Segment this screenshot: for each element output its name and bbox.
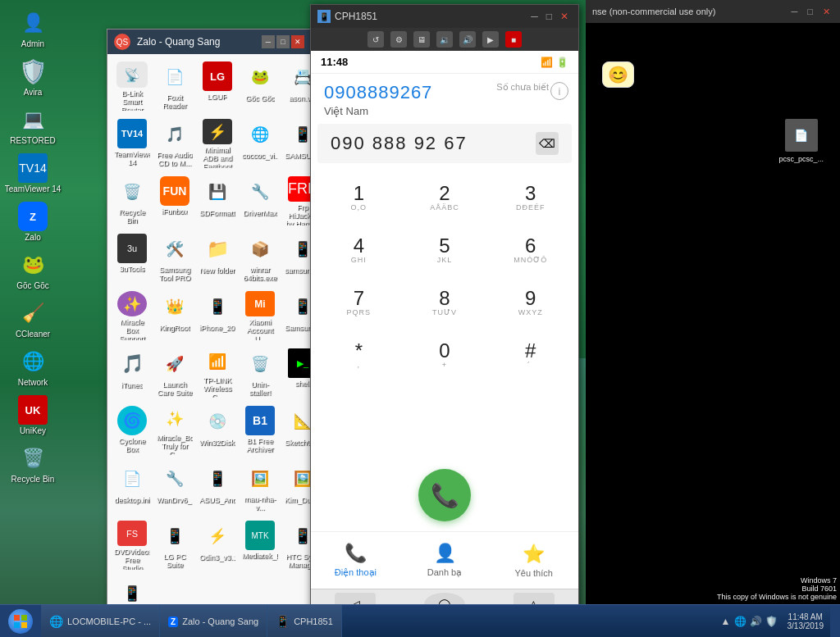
toolbar-volup-button[interactable]: 🔊 xyxy=(459,31,476,48)
pcsc-desktop-icon[interactable]: 📄 pcsc_pcsc_... xyxy=(778,119,824,163)
app-samsungtoolpro[interactable]: 🛠️ Samsung Tool PRO xyxy=(154,230,195,286)
app-kingroot[interactable]: 👑 KingRoot xyxy=(154,288,195,344)
key-star[interactable]: * , xyxy=(317,330,400,380)
app-iphone[interactable]: 📱 iPhone_20... xyxy=(197,288,238,344)
desktop-icon-zalo[interactable]: Z Zalo xyxy=(4,202,62,242)
app-maunha[interactable]: 🖼️ mau-nha-v... xyxy=(240,460,281,516)
app-asus[interactable]: 📱 ASUS_Andr... xyxy=(197,460,238,516)
tray-arrow-icon[interactable]: ▲ xyxy=(721,616,731,627)
app-ifunbox[interactable]: FUN iFunbox xyxy=(154,173,195,229)
app-lgpcsuite[interactable]: 📱 LG PC Suite xyxy=(154,517,195,573)
desktop-icon-ccleaner[interactable]: 🧹 CCleaner xyxy=(4,298,62,339)
desktop-icon-teamviewer[interactable]: TV14 TeamViewer 14 xyxy=(4,153,62,193)
phone-maximize-button[interactable]: □ xyxy=(543,11,555,22)
app-win32disk[interactable]: 💿 Win32DiskI... xyxy=(197,403,238,458)
app-frphijacker[interactable]: FRP Frp HiJacker by Hagard xyxy=(282,173,311,229)
app-launchcare[interactable]: 🚀 Launch Care Suite xyxy=(154,345,195,401)
zalo-maximize-button[interactable]: □ xyxy=(276,35,290,48)
taskbar-item-phone[interactable]: 📱 CPH1851 xyxy=(267,605,342,637)
app-newfolder[interactable]: 📁 New folder xyxy=(197,230,238,286)
call-button[interactable]: 📞 xyxy=(418,469,471,521)
key-8[interactable]: 8 TUƯV xyxy=(404,278,486,327)
desktop-icon-avira[interactable]: 🛡️ Avira xyxy=(4,57,62,97)
phone-minimize-button[interactable]: ─ xyxy=(527,11,541,22)
app-xiaomi[interactable]: Mi Xiaomi Account U... xyxy=(240,288,281,344)
nav-phone-tab[interactable]: 📞 Điện thoại xyxy=(311,543,400,578)
app-desktopini[interactable]: 📄 desktop.ini xyxy=(112,460,153,516)
app-sdformatter[interactable]: 💾 SDFormatter xyxy=(197,173,238,229)
tray-network-icon[interactable]: 🌐 xyxy=(734,616,746,627)
key-2[interactable]: 2 AÅÄBC xyxy=(404,173,486,222)
app-winrar[interactable]: 📦 winrar 64bits.exe xyxy=(240,230,281,286)
delete-digit-button[interactable]: ⌫ xyxy=(536,132,559,155)
app-samsung1[interactable]: 📱 SAMSUNG... xyxy=(282,116,311,171)
key-1[interactable]: 1 O,O xyxy=(317,173,400,222)
key-5[interactable]: 5 JKL xyxy=(404,225,486,275)
app-samsung2[interactable]: 📱 samsung-... xyxy=(282,230,311,286)
app-odin[interactable]: ⚡ Odin3_v3.1... xyxy=(197,517,238,573)
app-shell[interactable]: ▶_ shell xyxy=(282,345,311,401)
right-minimize-button[interactable]: ─ xyxy=(788,7,801,17)
app-htcsync[interactable]: 📱 HTC Sync Manager xyxy=(282,517,311,573)
tray-volume-icon[interactable]: 🔊 xyxy=(750,616,762,627)
right-maximize-button[interactable]: □ xyxy=(804,7,816,17)
toolbar-refresh-button[interactable]: ↺ xyxy=(368,31,384,48)
show-desktop-button[interactable] xyxy=(830,605,840,638)
desktop-icon-unikey[interactable]: UK UniKey xyxy=(4,395,62,435)
app-coccoc2[interactable]: 🌐 coccoc_vi... xyxy=(240,116,281,171)
taskbar-item-browser[interactable]: 🌐 LOCMOBILE-PC - ... xyxy=(41,605,160,637)
app-miniadb[interactable]: ⚡ Minimal ADB and Fastboot xyxy=(197,116,238,171)
app-wandrv[interactable]: 🔧 WanDrv6_... xyxy=(154,460,195,516)
app-foxitreader[interactable]: 📄 Foxit Reader xyxy=(154,58,195,114)
key-7[interactable]: 7 PQRS xyxy=(317,278,400,327)
key-9[interactable]: 9 WXYZ xyxy=(489,278,572,327)
toolbar-screen-button[interactable]: 🖥 xyxy=(413,31,430,48)
app-miraclebox[interactable]: ✨ Miracle Box Support xyxy=(112,288,153,344)
app-blinksmartrouter[interactable]: 📡 B-Link Smart Router xyxy=(112,58,153,114)
app-itunes[interactable]: 🎵 iTunes xyxy=(112,345,153,401)
app-freeaudio[interactable]: 🎵 Free Audio CD to M... xyxy=(154,116,195,171)
key-hash[interactable]: # ́ xyxy=(489,330,572,380)
tray-antivirus-icon[interactable]: 🛡️ xyxy=(765,616,778,627)
toolbar-stop-button[interactable]: ■ xyxy=(505,31,522,48)
nav-favorites-tab[interactable]: ⭐ Yêu thích xyxy=(489,544,578,578)
zalo-close-button[interactable]: ✕ xyxy=(291,35,304,48)
app-miraclebox2[interactable]: ✨ Miracle_Box Truly for C... xyxy=(154,403,195,458)
desktop-icon-goccoc[interactable]: 🐸 Gõc Gõc xyxy=(4,250,62,290)
key-4[interactable]: 4 GHI xyxy=(317,225,400,275)
app-b1archiver[interactable]: B1 B1 Free Archiver xyxy=(240,403,281,458)
desktop-icon-admin[interactable]: 👤 Admin xyxy=(4,8,62,48)
app-tplink[interactable]: 📶 TP-LINK Wireless C... xyxy=(197,345,238,401)
app-drivermax[interactable]: 🔧 DriverMax xyxy=(240,173,281,229)
desktop-icon-restored[interactable]: 💻 RESTORED xyxy=(4,105,62,145)
nav-contacts-tab[interactable]: 👤 Danh bạ xyxy=(400,543,490,578)
desktop-icon-recycle-bottom[interactable]: 🗑️ Recycle Bin xyxy=(4,444,62,484)
zalo-minimize-button[interactable]: ─ xyxy=(262,35,275,48)
taskbar-item-zalo[interactable]: Z Zalo - Quang Sang xyxy=(160,605,267,637)
app-teamviewer[interactable]: TV14 TeamViewer 14 xyxy=(112,116,153,171)
key-3[interactable]: 3 DĐEÉF xyxy=(489,173,572,222)
taskbar-clock[interactable]: 11:48 AM 3/13/2019 xyxy=(781,612,831,630)
app-recycle[interactable]: 🗑️ Recycle Bin xyxy=(112,173,153,229)
phone-close-button[interactable]: ✕ xyxy=(557,11,572,22)
desktop-icon-network[interactable]: 🌐 Network xyxy=(4,347,62,387)
key-6[interactable]: 6 MNÓƠÔ xyxy=(489,225,572,275)
app-coccoc[interactable]: 🐸 Gõc Gõc xyxy=(240,58,281,114)
app-mediatek[interactable]: MTK Mediatek_D... xyxy=(240,517,281,573)
app-vcf[interactable]: 📇 ason.vcf xyxy=(282,58,311,114)
app-lgup[interactable]: LG LGUP xyxy=(197,58,238,114)
app-uninstaller[interactable]: 🗑️ Unin-staller! xyxy=(240,345,281,401)
toolbar-play-button[interactable]: ▶ xyxy=(482,31,499,48)
right-close-button[interactable]: ✕ xyxy=(819,7,833,17)
app-3utools[interactable]: 3u 3uTools xyxy=(112,230,153,286)
start-button[interactable] xyxy=(0,605,41,638)
info-button[interactable]: i xyxy=(550,82,568,100)
toolbar-settings-button[interactable]: ⚙ xyxy=(390,31,407,48)
app-cyclonebox[interactable]: 🌀 Cyclone Box xyxy=(112,403,153,458)
app-sketchup[interactable]: 📐 SketchUPr... xyxy=(282,403,311,458)
toolbar-voldown-button[interactable]: 🔉 xyxy=(436,31,453,48)
key-0[interactable]: 0 + xyxy=(404,330,486,380)
app-samsungt[interactable]: 📱 SamsungT... xyxy=(282,288,311,344)
app-kimdung[interactable]: 🖼️ Kim_Dung_... xyxy=(282,460,311,516)
app-dvdvideo[interactable]: FS DVDVideoSoft Free Studio xyxy=(112,517,153,573)
